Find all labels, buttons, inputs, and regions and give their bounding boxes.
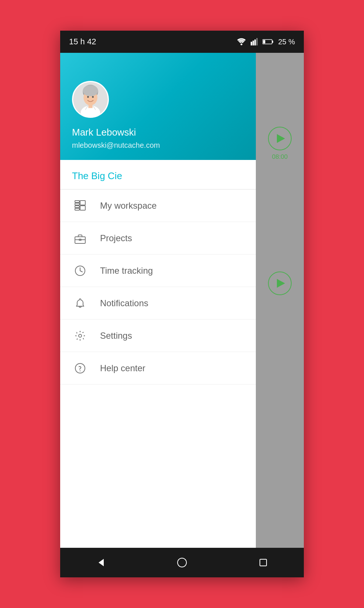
notifications-label: Notifications [100, 298, 148, 308]
svg-point-32 [178, 558, 186, 567]
play-triangle-2 [277, 279, 285, 288]
menu-list: My workspace Projects [60, 189, 256, 385]
svg-marker-31 [99, 559, 104, 566]
phone-frame: 15 h 42 25 % [60, 31, 304, 577]
company-section[interactable]: The Big Cie [60, 160, 256, 189]
svg-point-11 [83, 85, 98, 96]
drawer-header: Mark Lebowski mlebowski@nutcache.com [60, 53, 256, 160]
drawer-body: The Big Cie [60, 160, 256, 548]
home-button[interactable] [171, 551, 193, 574]
play-section-1: 08:00 [268, 127, 292, 161]
play-section-2 [268, 271, 292, 295]
grid-icon [72, 198, 88, 214]
svg-line-27 [80, 271, 82, 272]
svg-rect-15 [88, 104, 92, 108]
svg-rect-18 [75, 206, 79, 208]
menu-item-projects[interactable]: Projects [60, 222, 256, 255]
svg-rect-20 [80, 201, 85, 205]
svg-rect-6 [272, 41, 273, 43]
timetracking-label: Time tracking [100, 266, 153, 276]
helpcenter-label: Help center [100, 363, 145, 373]
play-button-2[interactable] [268, 271, 292, 295]
user-name: Mark Lebowski [72, 127, 244, 138]
menu-item-timetracking[interactable]: Time tracking [60, 255, 256, 287]
phone-content: 08:00 [60, 53, 304, 548]
status-bar: 15 h 42 25 % [60, 31, 304, 53]
svg-point-12 [87, 96, 89, 98]
svg-rect-4 [256, 38, 258, 45]
signal-icon [251, 38, 258, 45]
gear-icon [72, 328, 88, 344]
projects-label: Projects [100, 233, 132, 243]
svg-rect-21 [80, 206, 85, 210]
svg-point-0 [241, 44, 243, 45]
briefcase-icon [72, 230, 88, 246]
nav-drawer: Mark Lebowski mlebowski@nutcache.com The… [60, 53, 256, 548]
svg-point-28 [79, 334, 82, 337]
svg-rect-2 [253, 41, 254, 45]
svg-rect-19 [75, 208, 79, 210]
right-panel: 08:00 [256, 53, 304, 548]
menu-item-helpcenter[interactable]: Help center [60, 352, 256, 385]
timer-label-1: 08:00 [272, 153, 288, 161]
company-name: The Big Cie [72, 170, 122, 181]
svg-rect-33 [260, 559, 267, 566]
recents-button[interactable] [252, 551, 274, 574]
avatar [72, 81, 109, 118]
bell-icon [72, 295, 88, 311]
svg-point-13 [92, 96, 94, 98]
play-triangle-1 [277, 134, 285, 143]
menu-item-settings[interactable]: Settings [60, 320, 256, 352]
time-display: 15 h 42 [69, 37, 96, 47]
battery-icon [262, 39, 274, 45]
play-button-1[interactable] [268, 127, 292, 150]
svg-rect-7 [263, 40, 265, 44]
back-button[interactable] [90, 551, 112, 574]
battery-pct: 25 % [278, 38, 295, 46]
menu-item-notifications[interactable]: Notifications [60, 287, 256, 320]
wifi-icon [237, 38, 246, 45]
workspace-label: My workspace [100, 201, 157, 211]
bottom-nav [60, 548, 304, 577]
menu-item-workspace[interactable]: My workspace [60, 189, 256, 222]
settings-label: Settings [100, 331, 132, 341]
svg-rect-17 [75, 203, 79, 205]
help-icon [72, 360, 88, 376]
svg-rect-3 [254, 40, 256, 45]
svg-point-30 [80, 370, 80, 371]
user-email: mlebowski@nutcache.com [72, 141, 244, 150]
status-icons: 25 % [237, 38, 295, 46]
svg-rect-16 [75, 201, 79, 202]
clock-icon [72, 263, 88, 279]
svg-rect-1 [251, 42, 252, 45]
